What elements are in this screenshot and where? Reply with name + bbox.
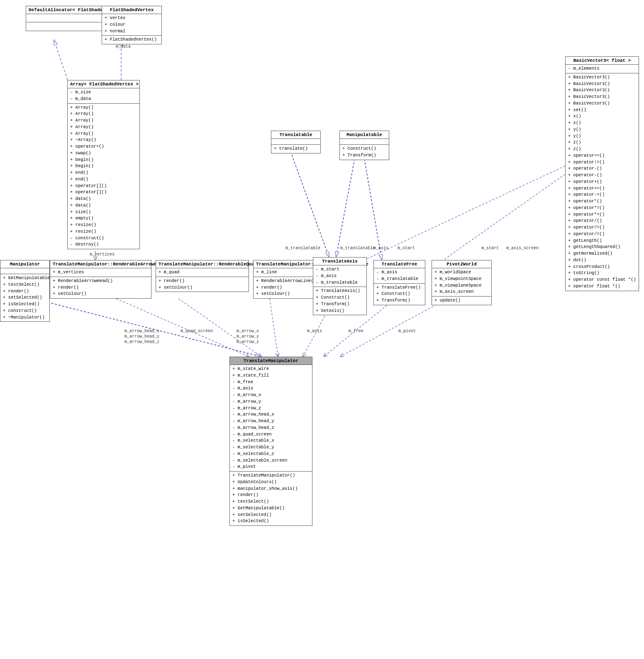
item: + operator float *() <box>568 283 636 290</box>
svg-line-9 <box>116 299 249 357</box>
item: + resize() <box>70 229 137 235</box>
label-m_axis-bottom: m_axis <box>307 329 322 333</box>
box-defaultAllocator: DefaultAllocator< FlatShadedVertex > <box>26 6 102 31</box>
label-m_quad_screen: m_quad_screen <box>181 329 213 333</box>
item: - m_arrow_head_x <box>232 411 310 418</box>
item: + m_quad <box>159 269 246 276</box>
item: + testSelect() <box>232 499 310 505</box>
item: + construct() <box>3 308 47 314</box>
item: + Array() <box>70 131 137 137</box>
item: + operator-() <box>568 172 636 179</box>
item: + ~Manipulator() <box>3 314 47 321</box>
item: - m_arrow_head_z <box>232 425 310 431</box>
item: + operator[]() <box>70 189 137 196</box>
item: + operator!=() <box>568 159 636 166</box>
item: + operator+() <box>568 179 636 185</box>
box-manipulatable-s1 <box>340 139 389 145</box>
diagram-container: DefaultAllocator< FlatShadedVertex > Fla… <box>0 0 644 659</box>
label-m_arrow_head_y: m_arrow_head_y <box>124 334 159 339</box>
item: + crossProduct() <box>568 264 636 270</box>
item: + z() <box>568 139 636 146</box>
item: + setColour() <box>53 291 149 297</box>
item: - m_data <box>70 96 137 102</box>
item: + dot() <box>568 257 636 264</box>
item: - m_elements <box>568 66 636 72</box>
item: - m_arrow_head_y <box>232 418 310 425</box>
box-flatShadedVertex: FlatShadedVertex + vertex + colour + nor… <box>102 6 162 44</box>
label-m_arrow_x: m_arrow_x <box>237 329 259 333</box>
label-m_arrow_y: m_arrow_y <box>237 334 259 339</box>
box-basicvector3-attrs: - m_elements <box>566 65 639 73</box>
item: + BasicVector3() <box>568 81 636 88</box>
item: + swap() <box>70 150 137 157</box>
box-translatemanipulator-methods: + TranslateManipulator() + UpdateColours… <box>230 472 312 525</box>
label-m_vertices: m_vertices <box>90 252 115 257</box>
box-flatShadedVertex-methods: + FlatShadedVertex() <box>102 36 161 44</box>
item: + getNormalised() <box>568 250 636 257</box>
item: + m_state_fill <box>232 372 310 379</box>
item: + TranslateAxis() <box>316 288 364 294</box>
box-renderableQuad: TranslateManipulator::RenderableQuad + m… <box>156 260 249 292</box>
box-translatable-methods: + translate() <box>271 145 320 153</box>
item: + update() <box>434 297 489 304</box>
label-m_arrow_head_z: m_arrow_head_z <box>124 340 159 344</box>
box-arrowhead-attrs: + m_vertices <box>50 268 151 277</box>
item: + x() <box>568 113 636 120</box>
item: - m_axis <box>376 269 422 276</box>
item: - m_pivot <box>232 464 310 470</box>
item: + Array() <box>70 124 137 131</box>
box-translatefree-attrs: - m_axis - m_translatable <box>374 268 425 284</box>
label-m_pivot: m_pivot <box>398 329 416 333</box>
item: + Array() <box>70 111 137 117</box>
item: + y() <box>568 133 636 140</box>
svg-line-7 <box>436 174 565 265</box>
item: - m_selectable_x <box>232 438 310 444</box>
item: - construct() <box>70 235 137 242</box>
box-pivot2world-attrs: + m_worldSpace + m_viewpointSpace + m_vi… <box>432 268 491 297</box>
box-quad-attrs: + m_quad <box>156 268 249 277</box>
item: + setSelected() <box>3 294 47 301</box>
item: - m_quad_screen <box>232 431 310 438</box>
box-translateAxis: TranslateAxis - m_start - m_axis - m_tra… <box>313 257 367 315</box>
item: - m_size <box>70 89 137 96</box>
item: + render() <box>159 278 246 285</box>
item: + normal <box>105 28 159 35</box>
item: + data() <box>70 196 137 202</box>
item: + BasicVector3() <box>568 94 636 100</box>
item: - m_arrow_y <box>232 399 310 405</box>
box-array-title: Array< FlatShadedVertex > <box>68 80 139 88</box>
svg-line-3 <box>290 151 329 257</box>
box-translateFree: TranslateFree - m_axis - m_translatable … <box>373 260 425 305</box>
box-basicVector3: BasicVector3< float > - m_elements + Bas… <box>565 56 639 291</box>
box-renderableArrowHead: TranslateManipulator::RenderableArrowHea… <box>50 260 151 299</box>
item: + operator const float *() <box>568 277 636 283</box>
item: - m_free <box>232 379 310 386</box>
item: + setSelected() <box>232 512 310 518</box>
item: - m_axis <box>316 273 364 280</box>
item: + operator-=() <box>568 192 636 198</box>
item: + manipulator_show_axis() <box>232 486 310 492</box>
item: + m_viewpointSpace <box>434 276 489 282</box>
box-flatShadedVertex-attrs: + vertex + colour + normal <box>102 14 161 36</box>
item: + begin() <box>70 163 137 170</box>
item: - m_translatable <box>376 276 422 282</box>
box-basicvector3-title: BasicVector3< float > <box>566 57 639 65</box>
box-manipulator-title: Manipulator <box>0 260 49 268</box>
item: + testSelect() <box>3 282 47 288</box>
box-translatefree-title: TranslateFree <box>374 260 425 268</box>
item: + BasicVector3() <box>568 100 636 107</box>
box-translatefree-methods: + TranslateFree() + Construct() + Transf… <box>374 284 425 305</box>
item: + operator[]() <box>70 183 137 190</box>
label-m_arrow_z: m_arrow_z <box>237 340 259 344</box>
item: + m_state_wire <box>232 366 310 372</box>
item: + Construct() <box>376 291 422 297</box>
item: + Array() <box>70 105 137 111</box>
item: + render() <box>3 288 47 295</box>
box-quad-methods: + render() + setColour() <box>156 277 249 292</box>
item: + operator+=() <box>568 185 636 192</box>
item: + operator/=() <box>568 231 636 238</box>
item: + operator/=() <box>568 224 636 231</box>
item: + size() <box>70 209 137 216</box>
box-pivot2World: Pivot2World + m_worldSpace + m_viewpoint… <box>432 260 492 305</box>
label-m_free: m_free <box>349 329 363 333</box>
